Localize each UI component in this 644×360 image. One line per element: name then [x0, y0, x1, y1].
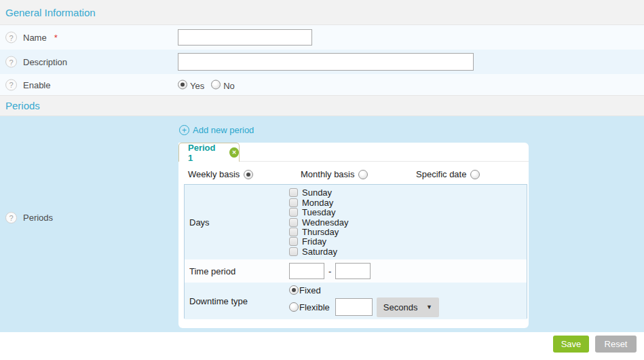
enable-label: Enable: [23, 79, 50, 90]
help-icon[interactable]: ?: [5, 212, 17, 223]
friday-label: Friday: [302, 236, 326, 247]
time-to-input[interactable]: [335, 263, 371, 279]
specific-date-label: Specific date: [416, 169, 466, 179]
enable-no-label: No: [223, 80, 235, 90]
fixed-radio[interactable]: [289, 285, 299, 295]
form-row-description: ? Description: [0, 50, 644, 74]
day-option-monday[interactable]: Monday: [289, 198, 348, 207]
days-checkbox-list: Sunday Monday Tuesday Wednesday: [289, 185, 348, 259]
description-label: Description: [23, 57, 67, 67]
day-option-saturday[interactable]: Saturday: [289, 247, 348, 256]
time-period-inputs: -: [289, 259, 371, 283]
friday-checkbox[interactable]: [289, 237, 298, 246]
thursday-label: Thursday: [302, 227, 339, 237]
days-label: Days: [185, 185, 289, 259]
description-label-cell: ? Description: [5, 56, 67, 68]
name-label: Name: [23, 33, 47, 43]
time-separator: -: [328, 266, 331, 276]
tuesday-checkbox[interactable]: [289, 208, 298, 217]
help-icon[interactable]: ?: [5, 56, 17, 68]
section-header-periods: Periods: [0, 95, 644, 116]
chevron-down-icon: ▼: [426, 304, 432, 310]
saturday-label: Saturday: [302, 247, 337, 257]
tab-period-1-label: Period 1: [188, 143, 219, 163]
period-details-table: Days Sunday Monday Tuesday: [184, 184, 527, 319]
monday-checkbox[interactable]: [289, 198, 298, 207]
saturday-checkbox[interactable]: [289, 247, 298, 256]
tuesday-label: Tuesday: [302, 207, 335, 217]
day-option-thursday[interactable]: Thursday: [289, 228, 348, 236]
basis-options-row: Weekly basis Monthly basis Specific date: [178, 167, 529, 183]
flexible-label: Flexible: [299, 302, 330, 312]
duration-unit-value: Seconds: [383, 302, 418, 312]
save-button[interactable]: Save: [553, 336, 589, 353]
name-input[interactable]: [178, 29, 312, 46]
period-editor-panel: Period 1 ✕ Weekly basis Monthly basis Sp…: [178, 143, 529, 328]
fixed-label: Fixed: [299, 285, 321, 295]
name-label-cell: ? Name *: [5, 32, 58, 43]
enable-yes-label: Yes: [190, 80, 204, 90]
weekly-basis-radio[interactable]: [244, 170, 253, 179]
help-icon[interactable]: ?: [5, 32, 17, 43]
help-icon[interactable]: ?: [5, 79, 17, 90]
downtime-type-controls: Fixed Flexible Seconds ▼: [289, 283, 439, 319]
downtime-type-row: Downtime type Fixed Flexible Seconds: [185, 283, 527, 319]
enable-options: Yes No: [178, 79, 235, 90]
close-tab-icon[interactable]: ✕: [229, 147, 239, 158]
flexible-option: Flexible Seconds ▼: [289, 298, 439, 317]
required-marker: *: [54, 33, 58, 43]
periods-label: Periods: [23, 213, 53, 223]
enable-no-radio[interactable]: [211, 80, 221, 90]
wednesday-label: Wednesday: [302, 217, 348, 228]
sunday-label: Sunday: [302, 187, 332, 198]
section-title-periods: Periods: [5, 100, 40, 111]
day-option-wednesday[interactable]: Wednesday: [289, 218, 348, 227]
form-row-enable: ? Enable Yes No: [0, 74, 644, 95]
wednesday-checkbox[interactable]: [289, 218, 298, 227]
sunday-checkbox[interactable]: [289, 188, 298, 197]
basis-option-monthly[interactable]: Monthly basis: [301, 169, 368, 179]
day-option-sunday[interactable]: Sunday: [289, 188, 348, 197]
basis-option-specific-date[interactable]: Specific date: [416, 169, 480, 179]
day-option-tuesday[interactable]: Tuesday: [289, 208, 348, 217]
time-period-row: Time period -: [185, 259, 527, 283]
specific-date-radio[interactable]: [470, 170, 480, 179]
tab-strip-divider: [240, 161, 529, 162]
duration-unit-select[interactable]: Seconds ▼: [377, 298, 439, 317]
weekly-basis-label: Weekly basis: [188, 169, 240, 179]
section-title-general: General Information: [5, 7, 96, 18]
flexible-radio[interactable]: [289, 302, 299, 312]
add-new-period-link[interactable]: + Add new period: [179, 125, 254, 135]
section-header-general: General Information: [0, 0, 644, 25]
downtime-type-label: Downtime type: [185, 283, 289, 319]
monday-label: Monday: [302, 198, 333, 208]
monthly-basis-label: Monthly basis: [301, 169, 354, 179]
description-input[interactable]: [178, 53, 474, 71]
add-circle-icon: +: [179, 125, 189, 135]
thursday-checkbox[interactable]: [289, 228, 298, 236]
periods-label-cell: ? Periods: [5, 212, 53, 223]
monthly-basis-radio[interactable]: [358, 170, 368, 179]
fixed-option[interactable]: Fixed: [289, 285, 439, 295]
flexible-duration-input[interactable]: [335, 298, 373, 316]
reset-button[interactable]: Reset: [595, 336, 637, 353]
basis-option-weekly[interactable]: Weekly basis: [188, 169, 253, 179]
add-new-period-label: Add new period: [193, 125, 254, 135]
days-row: Days Sunday Monday Tuesday: [185, 185, 527, 259]
enable-yes-radio[interactable]: [178, 80, 187, 90]
maintenance-form-page: General Information ? Name * ? Descripti…: [0, 0, 644, 360]
time-period-label: Time period: [185, 259, 289, 283]
day-option-friday[interactable]: Friday: [289, 237, 348, 246]
enable-label-cell: ? Enable: [5, 79, 50, 90]
time-from-input[interactable]: [289, 263, 324, 279]
tab-period-1[interactable]: Period 1 ✕: [178, 143, 240, 162]
form-row-name: ? Name *: [0, 25, 644, 50]
periods-section: ? Periods + Add new period Period 1 ✕ We…: [0, 116, 644, 332]
